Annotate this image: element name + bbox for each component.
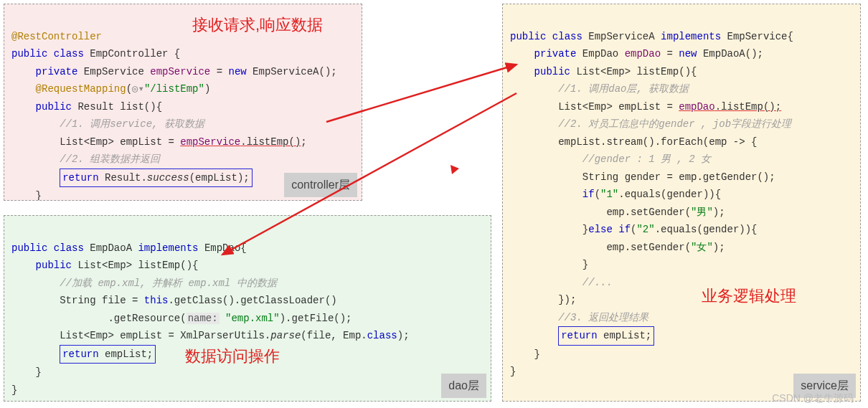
- annotation-requestmapping: @RequestMapping: [36, 83, 126, 95]
- kw-return: return: [62, 348, 98, 360]
- return-result: Result.: [99, 172, 147, 184]
- kw-public2: public: [534, 66, 570, 77]
- str-1: "1": [600, 189, 618, 200]
- call-listemp: .listEmp();: [715, 101, 781, 113]
- return-highlight: return empList;: [558, 326, 654, 346]
- comment-4: //...: [582, 277, 613, 288]
- return-highlight: return Result.success(empList);: [60, 169, 252, 188]
- kw-if: if: [582, 189, 595, 200]
- line-emplist-a: List<Emp> empList =: [558, 101, 679, 113]
- str-2: "2": [636, 224, 654, 235]
- field-empservice: empService: [150, 66, 210, 77]
- set-gender-c: emp.setGender(: [606, 242, 691, 253]
- kw-public: public: [11, 242, 47, 254]
- dao-code-box: public class EmpDaoA implements EmpDao{ …: [4, 215, 491, 402]
- brace: }: [582, 224, 588, 235]
- comment-5: //3. 返回处理结果: [558, 312, 648, 323]
- kw-public2: public: [36, 260, 72, 271]
- kw-new: new: [679, 48, 697, 60]
- kw-this: this: [144, 295, 169, 306]
- semi: ;: [301, 136, 306, 148]
- kw-public: public: [11, 48, 47, 60]
- line-gender: String gender = emp.getGender();: [582, 171, 775, 183]
- string-empxml: "emp.xml": [220, 313, 280, 324]
- kw-return: return: [561, 330, 597, 341]
- method-list: Result list(){: [77, 101, 162, 113]
- type-empdao: EmpDao: [582, 48, 618, 60]
- eq: =: [666, 48, 679, 60]
- field-empdao: empDao: [625, 48, 661, 60]
- comment-2: //2. 组装数据并返回: [60, 153, 160, 165]
- paren-close: ): [204, 83, 210, 95]
- kw-class: class: [552, 31, 582, 42]
- kw-implements: implements: [138, 242, 198, 254]
- line-parse-c: );: [397, 330, 410, 341]
- return-emplist: empList;: [598, 330, 652, 341]
- close-brace2: }: [11, 384, 17, 396]
- callout-service: 业务逻辑处理: [702, 285, 796, 307]
- close-lambda: });: [558, 294, 576, 305]
- method-listemp: List<Emp> listEmp(){: [77, 260, 198, 271]
- brace2: }: [582, 259, 588, 270]
- comment-1: //加载 emp.xml, 并解析 emp.xml 中的数据: [60, 277, 276, 289]
- method-listemp: List<Emp> listEmp(){: [576, 66, 697, 77]
- comment-3: //gender : 1 男 , 2 女: [582, 153, 711, 165]
- str-female: "女": [691, 242, 713, 253]
- ctor-empdaoa: EmpDaoA();: [703, 48, 763, 60]
- line-parse-b: (file, Emp.: [301, 330, 367, 341]
- close-brace: }: [36, 366, 42, 378]
- paren: (: [595, 189, 600, 200]
- kw-return: return: [62, 172, 98, 184]
- close-brace: }: [36, 190, 42, 201]
- kw-new: new: [228, 66, 246, 77]
- globe-icon: ◎▾: [132, 83, 144, 95]
- class-name: EmpController {: [90, 48, 180, 60]
- line-file-b: .getClass().getClassLoader(): [168, 295, 336, 306]
- paren-open: (: [126, 83, 132, 95]
- eq-gender: .equals(gender)){: [618, 189, 721, 200]
- kw-class: class: [54, 242, 84, 254]
- str-male: "男": [691, 207, 713, 218]
- line-parse-a: List<Emp> empList = XmlParserUtils.: [60, 330, 270, 341]
- set-gender-d: );: [713, 242, 725, 253]
- kw-public2: public: [36, 101, 72, 113]
- comment-1: //1. 调用service, 获取数据: [60, 118, 204, 130]
- kw-elseif: else if: [588, 224, 631, 235]
- iface-empdao: EmpDao{: [204, 242, 247, 254]
- call-empservice: empService: [180, 136, 240, 148]
- annotation-restcontroller: @RestController: [11, 31, 102, 42]
- layer-tag-dao: dao层: [441, 374, 486, 398]
- line-resource-b: ).getFile();: [280, 313, 352, 324]
- watermark: CSDN @老牛源码: [772, 392, 854, 405]
- return-emplist: empList;: [99, 348, 154, 360]
- line-foreach: empList.stream().forEach(emp -> {: [558, 136, 757, 148]
- return-highlight: return empList;: [60, 345, 156, 364]
- iface-empservice: EmpService{: [727, 31, 793, 42]
- call-empdao: empDao: [679, 101, 714, 113]
- comment-1: //1. 调用dao层, 获取数据: [558, 83, 689, 95]
- mapping-path: "/listEmp": [144, 83, 204, 95]
- param-hint-name: name:: [187, 313, 220, 324]
- class-name: EmpServiceA: [588, 31, 654, 42]
- line-emplist: List<Emp> empList =: [60, 136, 180, 148]
- parse-call: parse: [270, 330, 301, 341]
- kw-implements: implements: [661, 31, 721, 42]
- comment-2: //2. 对员工信息中的gender , job字段进行处理: [558, 118, 791, 130]
- success-call: success: [147, 172, 189, 184]
- callout-dao: 数据访问操作: [185, 346, 280, 367]
- kw-class: class: [54, 48, 84, 60]
- kw-private: private: [534, 48, 577, 60]
- set-gender-a: emp.setGender(: [606, 207, 691, 218]
- close-brace: }: [534, 348, 540, 360]
- layer-tag-controller: controller层: [284, 173, 357, 197]
- type-empservice: EmpService: [84, 66, 144, 77]
- class-name: EmpDaoA: [90, 242, 132, 254]
- call-listemp: .listEmp(): [240, 136, 301, 148]
- line-resource-a: .getResource(: [11, 313, 187, 324]
- service-code-box: public class EmpServiceA implements EmpS…: [502, 4, 861, 402]
- set-gender-b: );: [713, 207, 725, 218]
- line-file-a: String file =: [60, 295, 144, 306]
- kw-private: private: [36, 66, 78, 77]
- eq: =: [217, 66, 229, 77]
- kw-class-token: class: [367, 330, 397, 341]
